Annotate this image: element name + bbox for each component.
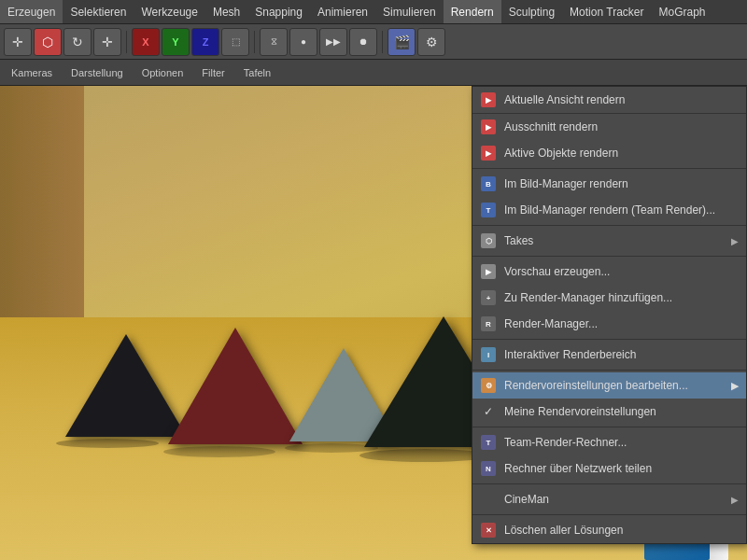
render-view-btn[interactable]: 🎬 bbox=[388, 28, 416, 56]
divider-1 bbox=[472, 168, 746, 169]
render-icon-3: ▶ bbox=[480, 145, 497, 161]
menu-item-aktuelle-ansicht[interactable]: ▶ Aktuelle Ansicht rendern bbox=[472, 87, 746, 114]
divider-2 bbox=[472, 225, 746, 226]
menu-item-loeschen[interactable]: ✕ Löschen aller Lösungen bbox=[472, 517, 746, 543]
anim-btn[interactable]: ⏺ bbox=[349, 28, 377, 56]
object-btn[interactable]: ⬚ bbox=[221, 28, 249, 56]
divider-5 bbox=[472, 370, 746, 371]
cineman-icon bbox=[480, 491, 497, 508]
scale-tool-btn[interactable]: ⬡ bbox=[34, 28, 62, 56]
menu-item-render-manager[interactable]: R Render-Manager... bbox=[472, 311, 746, 337]
menu-snapping[interactable]: Snapping bbox=[247, 0, 310, 23]
menu-mesh[interactable]: Mesh bbox=[205, 0, 247, 23]
record-btn[interactable]: ● bbox=[289, 28, 317, 56]
check-icon: ✓ bbox=[480, 403, 497, 420]
sub-darstellung[interactable]: Darstellung bbox=[63, 65, 131, 80]
sub-filter[interactable]: Filter bbox=[194, 65, 232, 80]
menubar: Erzeugen Selektieren Werkzeuge Mesh Snap… bbox=[0, 0, 747, 24]
team-icon: T bbox=[480, 434, 497, 451]
menu-item-bild-manager[interactable]: B Im Bild-Manager rendern bbox=[472, 171, 746, 197]
takes-arrow: ▶ bbox=[731, 236, 739, 246]
main-toolbar: ✛ ⬡ ↻ ✛ X Y Z ⬚ ⧖ ● ▶▶ ⏺ 🎬 ⚙ bbox=[0, 24, 747, 60]
bild-icon-2: T bbox=[480, 202, 497, 218]
menu-motion-tracker[interactable]: Motion Tracker bbox=[562, 0, 651, 23]
render-icon-2: ▶ bbox=[480, 119, 497, 135]
vorschau-icon: ▶ bbox=[480, 263, 497, 280]
sub-kameras[interactable]: Kameras bbox=[4, 65, 60, 80]
sep3 bbox=[382, 31, 383, 53]
rotate-tool-btn[interactable]: ↻ bbox=[63, 28, 92, 56]
menu-erzeugen[interactable]: Erzeugen bbox=[0, 0, 63, 23]
menu-sculpting[interactable]: Sculpting bbox=[501, 0, 562, 23]
divider-6 bbox=[472, 427, 746, 427]
sep2 bbox=[254, 31, 255, 53]
network-icon: N bbox=[480, 460, 497, 477]
sub-toolbar: Kameras Darstellung Optionen Filter Tafe… bbox=[0, 60, 747, 86]
menu-item-netzwerk[interactable]: N Rechner über Netzwerk teilen bbox=[472, 455, 746, 482]
takes-icon: ⬡ bbox=[480, 232, 497, 249]
divider-3 bbox=[472, 256, 746, 257]
menu-item-team-render[interactable]: T Team-Render-Rechner... bbox=[472, 429, 746, 455]
main-content: Galileo Design Andreas Asanger ▶ Aktuell… bbox=[0, 86, 747, 560]
menu-rendern[interactable]: Rendern bbox=[444, 0, 501, 23]
divider-8 bbox=[472, 514, 746, 515]
menu-item-bild-manager-team[interactable]: T Im Bild-Manager rendern (Team Render).… bbox=[472, 197, 746, 223]
divider-4 bbox=[472, 339, 746, 340]
axis-z-btn[interactable]: Z bbox=[191, 28, 219, 56]
move-tool-btn[interactable]: ✛ bbox=[4, 28, 32, 56]
render-settings-btn[interactable]: ⚙ bbox=[417, 28, 445, 56]
interactive-icon: I bbox=[480, 346, 497, 363]
render-mgr-icon-1: + bbox=[480, 289, 497, 306]
render-mgr-icon-2: R bbox=[480, 315, 497, 332]
menu-item-ausschnitt[interactable]: ▶ Ausschnitt rendern bbox=[472, 114, 746, 140]
cursor-indicator: ▶ bbox=[731, 380, 739, 392]
pyramid-middle-left bbox=[168, 328, 303, 457]
delete-icon: ✕ bbox=[480, 522, 497, 539]
divider-7 bbox=[472, 483, 746, 484]
settings-icon: ⚙ bbox=[480, 377, 497, 394]
keyframe-btn[interactable]: ⧖ bbox=[260, 28, 288, 56]
axis-y-btn[interactable]: Y bbox=[162, 28, 190, 56]
menu-simulieren[interactable]: Simulieren bbox=[375, 0, 444, 23]
menu-item-interaktiver[interactable]: I Interaktiver Renderbereich bbox=[472, 342, 746, 368]
render-icon-1: ▶ bbox=[480, 91, 497, 108]
transform-tool-btn[interactable]: ✛ bbox=[93, 28, 121, 56]
menu-selektieren[interactable]: Selektieren bbox=[63, 0, 134, 23]
play-btn[interactable]: ▶▶ bbox=[319, 28, 347, 56]
menu-mograph[interactable]: MoGraph bbox=[651, 0, 712, 23]
sep1 bbox=[126, 31, 127, 53]
axis-x-btn[interactable]: X bbox=[132, 28, 160, 56]
menu-item-cineman[interactable]: CineMan ▶ bbox=[472, 486, 746, 512]
cineman-arrow: ▶ bbox=[731, 495, 739, 505]
menu-item-render-manager-add[interactable]: + Zu Render-Manager hinzufügen... bbox=[472, 285, 746, 311]
menu-item-aktive-objekte[interactable]: ▶ Aktive Objekte rendern bbox=[472, 140, 746, 166]
menu-item-meine-render[interactable]: ✓ Meine Rendervoreinstellungen bbox=[472, 399, 746, 425]
sub-tafeln[interactable]: Tafeln bbox=[236, 65, 278, 80]
menu-werkzeuge[interactable]: Werkzeuge bbox=[134, 0, 204, 23]
menu-item-vorschau[interactable]: ▶ Vorschau erzeugen... bbox=[472, 259, 746, 285]
menu-item-takes[interactable]: ⬡ Takes ▶ bbox=[472, 228, 746, 254]
menu-animieren[interactable]: Animieren bbox=[310, 0, 375, 23]
bild-icon-1: B bbox=[480, 175, 497, 192]
sub-optionen[interactable]: Optionen bbox=[134, 65, 191, 80]
menu-item-rendervoreinstellungen[interactable]: ⚙ Rendervoreinstellungen bearbeiten... ▶ bbox=[472, 372, 746, 399]
dropdown-menu: ▶ Aktuelle Ansicht rendern ▶ Ausschnitt … bbox=[472, 86, 747, 544]
